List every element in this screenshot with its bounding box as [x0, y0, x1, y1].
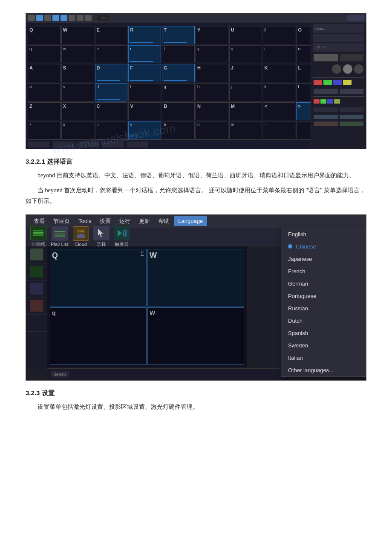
status-beams: Beams [51, 371, 69, 378]
lang-spanish-label: Spanish [288, 330, 308, 336]
lp-item-3 [26, 280, 47, 298]
menu-chakan[interactable]: 查看 [29, 216, 49, 227]
key-F: F [128, 64, 161, 82]
color-swatch-5 [30, 317, 43, 329]
key-V: V [128, 102, 161, 121]
key-e: e [95, 45, 128, 64]
circle-3 [354, 64, 363, 74]
key-c: c [95, 121, 128, 139]
key-d: d [95, 83, 128, 101]
menu-gengxin[interactable]: 更新 [135, 216, 154, 227]
lang-chinese[interactable]: Chinese [281, 240, 366, 253]
status-item-1 [28, 142, 49, 147]
circle-2 [343, 64, 352, 74]
rp-circles [313, 63, 364, 75]
trigger-icon [114, 226, 130, 240]
menu-shezhi[interactable]: 设置 [95, 216, 115, 227]
lp-item-5 [26, 315, 47, 332]
key-X: X [61, 102, 94, 121]
toolbar-btn-2 [36, 15, 43, 21]
lang-french[interactable]: French [281, 265, 366, 278]
paragraph-1: beyond 目前支持以英语、中文、法语、德语、葡萄牙语、俄语、荷兰语、西班牙语… [26, 170, 366, 181]
key-S: S [61, 64, 94, 82]
rp-row-3: 日数"Cx" [313, 43, 364, 52]
lang-english-label: English [288, 231, 306, 237]
toolbar-btn-4 [52, 15, 59, 21]
lang-italian[interactable]: Italian [281, 352, 366, 364]
key-s: s [61, 83, 94, 101]
tb-trigger[interactable]: 触发器 [114, 226, 130, 248]
key-u: u [229, 45, 262, 64]
rp-row-2 [313, 34, 364, 42]
key-y: y [196, 45, 228, 64]
language-dropdown: English Chinese Japanese French German P… [281, 228, 366, 377]
key-A: A [28, 64, 61, 82]
toolbar-btn-8 [85, 15, 92, 21]
tb-cloud[interactable]: beta Cloud [73, 226, 89, 247]
key-v: v [128, 121, 161, 139]
lang-portuguese[interactable]: Portuguese [281, 290, 366, 302]
svg-marker-0 [98, 229, 103, 237]
lang-chinese-dot [288, 244, 292, 249]
menu-jiemuyuan[interactable]: 节目页 [49, 216, 74, 227]
lp-item-4 [26, 298, 47, 315]
lang-russian[interactable]: Russian [281, 302, 366, 315]
color-swatch-3 [30, 283, 43, 295]
key-I: I [263, 26, 296, 44]
key-Z: Z [28, 102, 61, 121]
lang-other[interactable]: Other languages... [281, 364, 366, 376]
rp-row-1: PANEL [313, 24, 364, 33]
lang-dutch-label: Dutch [288, 318, 303, 324]
color-swatch-2 [30, 266, 43, 278]
menu-bangzhu[interactable]: 帮助 [154, 216, 174, 227]
toolbar-indicator [347, 15, 364, 21]
select-icon [93, 226, 110, 240]
toolbar-btn-5 [61, 15, 67, 21]
key-J: J [229, 64, 262, 82]
bk-key-Q: Q Σ [50, 249, 147, 306]
lang-german[interactable]: German [281, 278, 366, 290]
tb-select[interactable]: 选择 [93, 226, 110, 248]
lang-portuguese-label: Portuguese [288, 293, 317, 299]
key-Q: Q [28, 26, 61, 44]
bottom-keyboard: Q Σ W q W [47, 246, 247, 367]
color-swatch-4 [30, 300, 43, 312]
lang-italian-label: Italian [288, 355, 303, 361]
key-m: m [229, 121, 262, 139]
section-heading-3221: 3.2.2.1 选择语言 [26, 158, 366, 166]
key-H: H [196, 64, 228, 82]
key-f: f [128, 83, 161, 101]
tb-playlist[interactable]: Play List [51, 226, 69, 247]
bk-key-W: W [147, 249, 244, 306]
key-K: K [263, 64, 296, 82]
left-panel [26, 246, 47, 367]
lang-french-label: French [288, 268, 305, 275]
key-g: g [162, 83, 195, 101]
tb-timeline[interactable]: 时间线 [30, 226, 46, 248]
section-323: 3.2.3 设置 设置菜单包括激光灯设置、投影区域设置、激光灯硬件管理。 [26, 389, 366, 412]
key-b: b [162, 121, 195, 139]
menu-bar: 查看 节目页 Tools 设置 运行 更新 帮助 Language [26, 215, 366, 228]
bk-row-1: Q Σ W [50, 249, 244, 306]
menu-language[interactable]: Language [174, 216, 207, 226]
key-q: q [28, 45, 61, 64]
menu-tools[interactable]: Tools [74, 216, 95, 226]
lang-dutch[interactable]: Dutch [281, 315, 366, 327]
lang-english[interactable]: English [281, 228, 366, 240]
lang-german-label: German [288, 280, 308, 287]
lang-sweden[interactable]: Sweden [281, 339, 366, 352]
lang-japanese[interactable]: Japanese [281, 253, 366, 265]
key-B: B [162, 102, 195, 121]
lang-spanish[interactable]: Spanish [281, 327, 366, 339]
paragraph-2: 当 beyond 首次启动时，您将看到一个对话框，允许您选择语言。 还可以随时使… [26, 185, 366, 206]
key-k: k [263, 83, 296, 101]
status-item-4 [102, 142, 124, 147]
color-swatch-1 [30, 249, 43, 260]
key-j: j [229, 83, 262, 101]
menu-yunxing[interactable]: 运行 [115, 216, 135, 227]
lang-other-label: Other languages... [288, 367, 334, 373]
toolbar-btn-3 [44, 15, 51, 21]
bk-key-q: q [50, 307, 147, 365]
status-item-2 [53, 142, 74, 147]
section-heading-323: 3.2.3 设置 [26, 389, 366, 397]
